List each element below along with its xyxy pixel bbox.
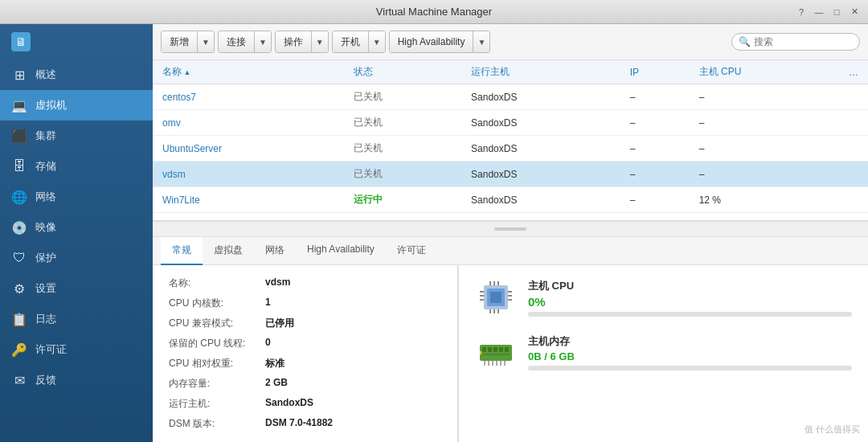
cell-status: 已关机 (344, 110, 461, 136)
sidebar-item-overview[interactable]: ⊞ 概述 (0, 59, 153, 90)
svg-rect-27 (482, 354, 510, 355)
sidebar-item-settings[interactable]: ⚙ 设置 (0, 273, 153, 304)
power-button[interactable]: 开机 (333, 31, 368, 52)
sidebar-item-protect[interactable]: 🛡 保护 (0, 243, 153, 273)
storage-icon: 🗄 (11, 158, 27, 174)
connect-button-group: 连接 ▼ (218, 31, 272, 53)
minimize-button[interactable]: — (812, 5, 826, 19)
table-row[interactable]: omv 已关机 SandoxDS – – (153, 110, 868, 136)
connect-button[interactable]: 连接 (219, 31, 254, 52)
cell-status: 已关机 (344, 136, 461, 162)
tab-ha[interactable]: High Availability (296, 237, 386, 265)
ha-button-group: High Availability ▼ (389, 31, 491, 53)
log-icon: 📋 (11, 311, 27, 327)
name-label: 名称: (169, 276, 265, 290)
svg-rect-2 (490, 292, 502, 303)
resize-divider[interactable] (153, 221, 868, 237)
ha-button[interactable]: High Availability (390, 31, 473, 52)
cell-ip: – (620, 187, 690, 213)
sidebar-item-vms[interactable]: 💻 虚拟机 (0, 90, 153, 121)
operate-dropdown-arrow[interactable]: ▼ (312, 31, 328, 52)
sidebar-item-license[interactable]: 🔑 许可证 (0, 334, 153, 365)
cell-cpu: – (690, 136, 839, 162)
info-row-cpu-weight: CPU 相对权重: 标准 (169, 357, 441, 370)
network-icon: 🌐 (11, 189, 27, 205)
divider-handle (494, 227, 526, 231)
sidebar-item-network-label: 网络 (35, 190, 56, 204)
svg-rect-25 (500, 361, 502, 366)
sidebar-item-feedback-label: 反馈 (35, 373, 56, 387)
cpu-weight-label: CPU 相对权重: (169, 357, 265, 370)
add-button[interactable]: 新增 (162, 31, 197, 52)
search-input[interactable] (754, 36, 850, 47)
operate-button[interactable]: 操作 (276, 31, 311, 52)
col-name[interactable]: 名称 (153, 60, 344, 84)
svg-rect-7 (508, 295, 512, 297)
name-value: vdsm (265, 276, 290, 288)
table-row[interactable]: centos7 已关机 SandoxDS – – (153, 84, 868, 110)
ram-icon-svg (476, 332, 516, 372)
svg-rect-21 (484, 361, 485, 366)
cpu-reserved-label: 保留的 CPU 线程: (169, 337, 265, 350)
cpu-stat-bar-bg (528, 312, 852, 317)
svg-rect-18 (493, 347, 497, 352)
sidebar-item-cluster-label: 集群 (35, 129, 56, 143)
table-row[interactable]: vdsm 已关机 SandoxDS – – (153, 162, 868, 187)
svg-rect-12 (489, 309, 491, 313)
detail-tabs: 常规 虚拟盘 网络 High Availability 许可证 (153, 237, 868, 265)
svg-rect-28 (480, 351, 481, 354)
sidebar-item-cluster[interactable]: ⬛ 集群 (0, 121, 153, 151)
table-row[interactable]: Win7Lite 运行中 SandoxDS – 12 % (153, 187, 868, 213)
detail-content: 名称: vdsm CPU 内核数: 1 CPU 兼容模式: 已停用 保留的 CP… (153, 265, 868, 442)
help-button[interactable]: ? (794, 5, 809, 19)
cell-host: SandoxDS (461, 110, 620, 136)
cell-host: SandoxDS (461, 187, 620, 213)
image-icon: 💿 (11, 219, 27, 235)
vm-table-body: centos7 已关机 SandoxDS – – omv 已关机 SandoxD… (153, 84, 868, 213)
cpu-stat-value: 0% (528, 295, 852, 309)
detail-panel: 常规 虚拟盘 网络 High Availability 许可证 名称: vdsm… (153, 237, 868, 442)
sidebar-item-network[interactable]: 🌐 网络 (0, 182, 153, 212)
sidebar-item-storage[interactable]: 🗄 存储 (0, 151, 153, 182)
cpu-stat-title: 主机 CPU (528, 279, 852, 293)
cell-host: SandoxDS (461, 84, 620, 110)
maximize-button[interactable]: □ (829, 5, 844, 19)
svg-rect-22 (488, 361, 489, 366)
svg-rect-13 (493, 309, 495, 313)
window-title: Virtual Machine Manager (376, 6, 492, 18)
tab-general[interactable]: 常规 (161, 237, 203, 265)
cpu-weight-value: 标准 (265, 357, 285, 370)
power-dropdown-arrow[interactable]: ▼ (369, 31, 385, 52)
search-box[interactable]: 🔍 (731, 33, 860, 51)
cell-cpu: – (690, 110, 839, 136)
info-row-dsm: DSM 版本: DSM 7.0-41882 (169, 417, 441, 431)
col-more: … (839, 60, 868, 84)
svg-rect-23 (492, 361, 493, 366)
cell-status: 已关机 (344, 162, 461, 187)
info-row-cpu-compat: CPU 兼容模式: 已停用 (169, 317, 441, 330)
sidebar-item-vms-label: 虚拟机 (35, 98, 67, 113)
close-button[interactable]: ✕ (847, 5, 862, 19)
connect-dropdown-arrow[interactable]: ▼ (255, 31, 271, 52)
ha-dropdown-arrow[interactable]: ▼ (473, 31, 489, 52)
svg-rect-4 (480, 295, 484, 297)
add-dropdown-arrow[interactable]: ▼ (198, 31, 214, 52)
cell-ip: – (620, 162, 690, 187)
tab-license[interactable]: 许可证 (386, 237, 437, 265)
table-row[interactable]: UbuntuServer 已关机 SandoxDS – – (153, 136, 868, 162)
cell-cpu: – (690, 84, 839, 110)
svg-rect-5 (480, 299, 484, 301)
cell-host: SandoxDS (461, 136, 620, 162)
cell-status: 已关机 (344, 84, 461, 110)
cell-ip: – (620, 136, 690, 162)
toolbar: 新增 ▼ 连接 ▼ 操作 ▼ 开机 ▼ High Availability (153, 24, 868, 60)
cell-name: vdsm (153, 162, 344, 187)
svg-rect-14 (497, 309, 499, 313)
vm-table: 名称 状态 运行主机 IP 主机 CPU … centos7 已关机 Sando… (153, 60, 868, 213)
sidebar-item-image[interactable]: 💿 映像 (0, 212, 153, 243)
sidebar-item-feedback[interactable]: ✉ 反馈 (0, 365, 153, 395)
tab-network[interactable]: 网络 (254, 237, 296, 265)
cell-cpu: 12 % (690, 187, 839, 213)
tab-vdisk[interactable]: 虚拟盘 (203, 237, 254, 265)
sidebar-item-log[interactable]: 📋 日志 (0, 304, 153, 334)
